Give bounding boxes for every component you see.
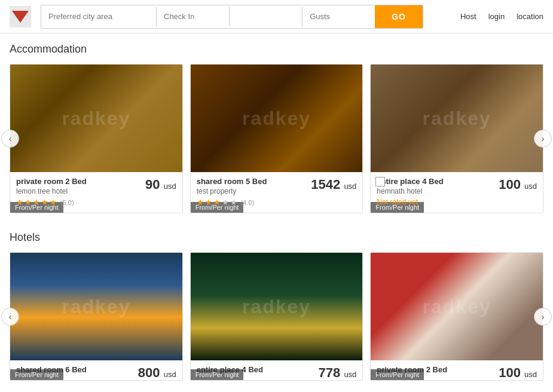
card-3-price: 100 usd [499, 177, 537, 192]
accommodation-cards: radkey From/Per night private room 2 Bed… [10, 64, 543, 213]
location-link[interactable]: location [517, 12, 543, 21]
card-1-type: private room 2 Bed [16, 177, 87, 186]
accommodation-card-3-body: entire place 4 Bed 100 usd hemnath hotel… [371, 172, 543, 212]
hotels-cards: radkey From/Per night shared room 6 Bed … [10, 252, 543, 381]
watermark-1: radkey [62, 108, 130, 130]
accommodation-card-2-image: radkey [191, 65, 363, 172]
hotel-card-1-price: 800 usd [138, 365, 176, 381]
hotel-watermark-1: radkey [62, 296, 130, 318]
date-input[interactable]: Jan 12, Fri [230, 7, 302, 26]
hotels-title: Hotels [10, 231, 543, 244]
hotel-card-1-type: shared room 6 Bed [16, 365, 87, 374]
accommodation-prev-arrow[interactable]: ‹ [1, 130, 19, 148]
login-link[interactable]: login [488, 12, 505, 21]
accommodation-card-3-image: radkey [371, 65, 543, 172]
accommodation-title: Accommodation [10, 43, 543, 56]
hotel-card-3-type: private room 2 Bed [377, 365, 447, 374]
hotel-card-2-image: radkey [191, 253, 363, 360]
hotel-card-1: radkey From/Per night shared room 6 Bed … [10, 252, 183, 381]
hotel-watermark-2: radkey [242, 296, 311, 318]
city-input[interactable] [41, 7, 156, 26]
hotels-next-arrow[interactable]: › [534, 308, 552, 326]
hotel-card-3: radkey From/Per night private room 2 Bed… [370, 252, 543, 381]
accommodation-card-1-body: private room 2 Bed 90 usd lemon tree hot… [10, 172, 182, 213]
header: Jan 12, Fri GO Host login location [0, 0, 553, 33]
hotel-card-2: radkey From/Per night entire place 4 Bed… [190, 252, 363, 381]
card-3-checkbox[interactable] [375, 177, 385, 186]
hotel-card-2-price: 778 usd [319, 365, 357, 381]
card-3-type: entire place 4 Bed [377, 177, 443, 186]
accommodation-card-1-image: radkey [10, 65, 182, 172]
hotel-card-1-body: shared room 6 Bed 800 usd [10, 360, 182, 380]
logo[interactable] [10, 6, 31, 27]
card-2-stars: ★ ★ ★ ★ ★ (4.0) [197, 198, 357, 207]
accommodation-card-2: radkey From/Per night shared room 5 Bed … [190, 64, 363, 213]
hotel-card-3-price: 100 usd [499, 365, 537, 381]
accommodation-card-2-body: shared room 5 Bed 1542 usd test property… [191, 172, 363, 213]
go-button[interactable]: GO [375, 5, 423, 28]
hotel-watermark-3: radkey [423, 296, 491, 318]
search-bar: Jan 12, Fri GO [41, 5, 423, 29]
watermark-3: radkey [423, 108, 491, 130]
card-1-stars: ★ ★ ★ ★ ★ (5.0) [16, 198, 176, 207]
hotel-card-2-type: entire place 4 Bed [197, 365, 263, 374]
card-1-price: 90 usd [145, 177, 176, 192]
card-3-not-rated: Not rated yet [377, 198, 537, 206]
hotel-card-1-image: radkey [10, 253, 182, 360]
guests-input[interactable] [303, 7, 375, 26]
accommodation-next-arrow[interactable]: › [534, 130, 552, 148]
checkin-input[interactable] [157, 7, 229, 26]
accommodation-card-1: radkey From/Per night private room 2 Bed… [10, 64, 183, 213]
hotel-card-3-body: private room 2 Bed 100 usd [371, 360, 543, 380]
nav-links: Host login location [446, 12, 543, 21]
card-2-type: shared room 5 Bed [197, 177, 267, 186]
hotel-card-3-image: radkey [371, 253, 543, 360]
hotel-card-2-body: entire place 4 Bed 778 usd [191, 360, 363, 380]
hotels-prev-arrow[interactable]: ‹ [1, 308, 19, 326]
accommodation-card-3: radkey From/Per night entire place 4 Bed… [370, 64, 543, 213]
card-2-price: 1542 usd [311, 177, 356, 192]
host-link[interactable]: Host [460, 12, 476, 21]
hotels-section: ‹ radkey From/Per night shared room 6 Be… [10, 252, 543, 381]
accommodation-section: ‹ radkey From/Per night private room 2 B… [10, 64, 543, 213]
main-content: Accommodation ‹ radkey From/Per night pr… [0, 33, 553, 392]
watermark-2: radkey [242, 108, 311, 130]
